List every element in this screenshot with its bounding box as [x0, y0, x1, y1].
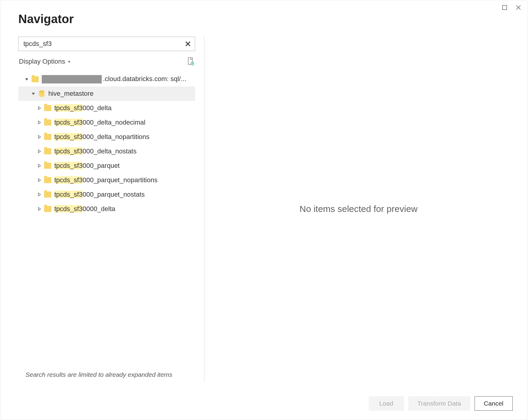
- tree-item-label: tpcds_sf3000_delta_nodecimal: [54, 119, 145, 126]
- folder-icon: [44, 192, 51, 198]
- tree-item[interactable]: tpcds_sf3000_delta: [18, 101, 195, 115]
- folder-icon: [44, 163, 51, 169]
- collapse-icon[interactable]: [30, 91, 36, 97]
- tree-metastore-label: hive_metastore: [48, 90, 93, 98]
- chevron-down-icon: ▾: [68, 59, 70, 64]
- load-button[interactable]: Load: [369, 396, 404, 411]
- tree-item[interactable]: tpcds_sf3000_delta_nostats: [18, 144, 195, 159]
- tree-item[interactable]: tpcds_sf3000_delta_nopartitions: [18, 130, 195, 144]
- tree-item-label: tpcds_sf3000_parquet_nostats: [54, 191, 145, 198]
- preview-pane: No items selected for preview: [204, 37, 513, 381]
- tree-item[interactable]: tpcds_sf3000_delta_nodecimal: [18, 115, 195, 130]
- navigator-tree: .cloud.databricks.com: sql/... hive_meta…: [18, 72, 195, 368]
- expand-icon[interactable]: [36, 192, 42, 198]
- folder-icon: [44, 119, 51, 125]
- expand-icon[interactable]: [36, 148, 42, 154]
- tree-item-label: tpcds_sf3000_parquet_nopartitions: [54, 176, 158, 184]
- dialog-button-row: Load Transform Data Cancel: [0, 387, 528, 420]
- close-window-button[interactable]: [515, 4, 522, 11]
- navigator-dialog: Navigator Display Options ▾: [0, 0, 528, 420]
- tree-item[interactable]: tpcds_sf3000_parquet_nopartitions: [18, 173, 195, 187]
- svg-rect-0: [502, 5, 507, 10]
- search-limit-note: Search results are limited to already ex…: [18, 368, 195, 381]
- tree-item-label: tpcds_sf3000_delta: [54, 104, 112, 112]
- expand-icon[interactable]: [36, 119, 42, 125]
- folder-icon: [44, 206, 51, 212]
- display-options-label: Display Options: [19, 58, 65, 65]
- expand-icon[interactable]: [36, 134, 42, 140]
- tree-item[interactable]: tpcds_sf30000_delta: [18, 202, 195, 216]
- cancel-button[interactable]: Cancel: [475, 396, 513, 411]
- expand-icon[interactable]: [36, 163, 42, 169]
- tree-item-label: tpcds_sf30000_delta: [54, 205, 115, 213]
- navigator-left-pane: Display Options ▾: [18, 37, 204, 381]
- preview-empty-message: No items selected for preview: [300, 204, 418, 214]
- folder-icon: [32, 76, 39, 82]
- folder-icon: [44, 134, 51, 140]
- transform-data-button[interactable]: Transform Data: [408, 396, 470, 411]
- search-input[interactable]: [23, 40, 184, 48]
- tree-item[interactable]: tpcds_sf3000_parquet_nostats: [18, 187, 195, 202]
- display-options-dropdown[interactable]: Display Options ▾: [19, 58, 70, 65]
- redacted-hostname: [42, 75, 102, 83]
- collapse-icon[interactable]: [24, 76, 30, 82]
- svg-point-1: [191, 62, 194, 65]
- tree-item-label: tpcds_sf3000_delta_nostats: [54, 147, 137, 155]
- tree-root-node[interactable]: .cloud.databricks.com: sql/...: [18, 72, 195, 86]
- window-titlebar: [0, 0, 528, 12]
- tree-item-label: tpcds_sf3000_parquet: [54, 162, 120, 170]
- clear-search-button[interactable]: [184, 40, 192, 48]
- maximize-button[interactable]: [501, 4, 508, 11]
- page-title: Navigator: [18, 12, 513, 26]
- folder-icon: [44, 105, 51, 111]
- database-icon: [39, 90, 44, 97]
- expand-icon[interactable]: [36, 206, 42, 212]
- folder-icon: [44, 177, 51, 183]
- tree-item[interactable]: tpcds_sf3000_parquet: [18, 159, 195, 173]
- expand-icon[interactable]: [36, 105, 42, 111]
- tree-item-label: tpcds_sf3000_delta_nopartitions: [54, 133, 149, 141]
- search-box: [18, 37, 195, 51]
- tree-root-label: .cloud.databricks.com: sql/...: [42, 75, 186, 83]
- refresh-button[interactable]: [187, 57, 195, 66]
- folder-icon: [44, 148, 51, 154]
- expand-icon[interactable]: [36, 177, 42, 183]
- tree-metastore-node[interactable]: hive_metastore: [18, 86, 195, 101]
